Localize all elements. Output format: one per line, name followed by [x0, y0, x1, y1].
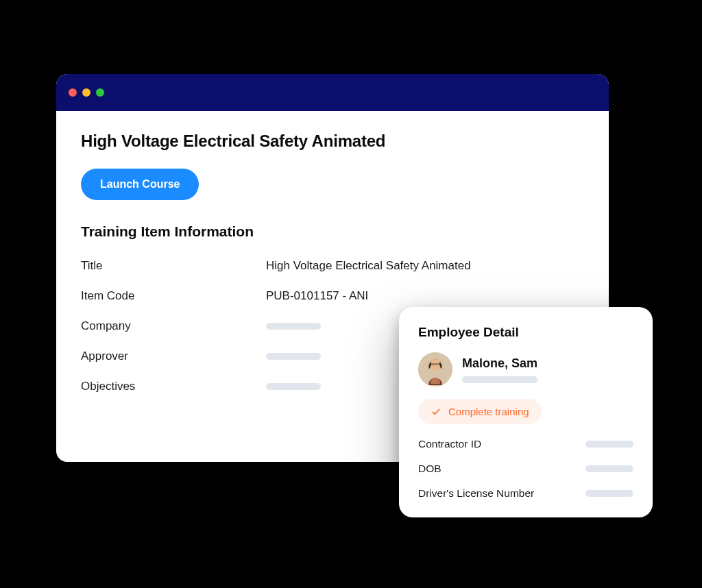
avatar	[418, 352, 452, 387]
avatar-icon	[418, 352, 452, 387]
placeholder-bar	[462, 376, 537, 383]
placeholder-bar	[585, 465, 633, 472]
window-close-icon[interactable]	[69, 88, 77, 97]
placeholder-bar	[585, 441, 633, 448]
card-title: Employee Detail	[418, 325, 633, 340]
field-value-title: High Voltage Electrical Safety Animated	[266, 259, 584, 273]
field-label-title: Title	[81, 259, 266, 273]
detail-row-dob: DOB	[418, 463, 633, 475]
svg-rect-2	[431, 363, 440, 365]
employee-summary-row: Malone, Sam	[418, 352, 633, 387]
placeholder-bar	[266, 383, 321, 390]
detail-row-contractor-id: Contractor ID	[418, 438, 633, 450]
employee-detail-card: Employee Detail Malone, Sam	[399, 307, 653, 517]
placeholder-bar	[266, 323, 321, 330]
page-title: High Voltage Electrical Safety Animated	[81, 132, 584, 151]
status-pill[interactable]: Complete training	[418, 399, 542, 424]
check-icon	[431, 406, 441, 417]
detail-label: Driver's License Number	[418, 487, 534, 500]
placeholder-bar	[266, 353, 321, 360]
detail-row-license: Driver's License Number	[418, 487, 633, 500]
detail-label: DOB	[418, 463, 441, 475]
employee-name: Malone, Sam	[462, 356, 537, 371]
window-titlebar	[56, 74, 609, 111]
field-label-objectives: Objectives	[81, 380, 266, 393]
window-maximize-icon[interactable]	[96, 88, 104, 97]
field-value-item-code: PUB-0101157 - ANI	[266, 289, 584, 303]
status-label: Complete training	[448, 406, 529, 417]
field-label-approver: Approver	[81, 350, 266, 363]
section-title: Training Item Information	[81, 223, 584, 240]
field-label-item-code: Item Code	[81, 289, 266, 303]
launch-course-button[interactable]: Launch Course	[81, 169, 199, 200]
detail-label: Contractor ID	[418, 438, 481, 450]
window-minimize-icon[interactable]	[82, 88, 90, 97]
placeholder-bar	[585, 490, 633, 497]
field-label-company: Company	[81, 319, 266, 333]
